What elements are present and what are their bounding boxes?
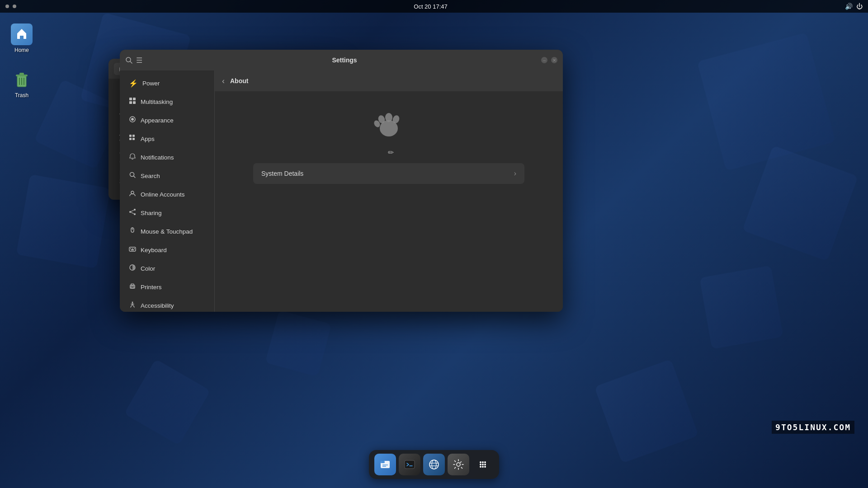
apps-sidebar-icon	[129, 134, 136, 143]
svg-point-58	[484, 461, 486, 463]
svg-rect-35	[131, 284, 134, 286]
sidebar-item-printers[interactable]: Printers	[122, 278, 212, 296]
taskbar	[369, 450, 499, 479]
accessibility-sidebar-icon	[129, 301, 136, 310]
notifications-sidebar-icon	[129, 153, 136, 162]
taskbar-app-grid[interactable]	[472, 454, 494, 475]
svg-rect-17	[132, 138, 135, 140]
settings-titlebar: ☰ Settings – ✕	[120, 50, 563, 70]
sidebar-label-printers: Printers	[141, 284, 162, 291]
topbar-datetime: Oct 20 17:47	[414, 3, 447, 10]
trash-icon-label: Trash	[15, 92, 28, 99]
settings-content: ✏ System Details ›	[215, 91, 563, 312]
appearance-sidebar-icon	[129, 116, 136, 125]
svg-rect-9	[133, 98, 136, 100]
sidebar-item-sharing[interactable]: Sharing	[122, 204, 212, 222]
desktop-icon-home[interactable]: Home	[4, 22, 40, 55]
svg-rect-30	[132, 249, 133, 249]
settings-main: ‹ About	[215, 70, 563, 312]
sidebar-item-search[interactable]: Search	[122, 167, 212, 185]
topbar-left	[5, 5, 16, 8]
sidebar-item-mouse-touchpad[interactable]: Mouse & Touchpad	[122, 222, 212, 240]
svg-point-63	[482, 466, 484, 468]
svg-point-21	[134, 209, 136, 211]
svg-point-22	[129, 211, 131, 213]
settings-window-title: Settings	[148, 56, 541, 64]
svg-point-60	[482, 464, 484, 465]
multitasking-sidebar-icon	[129, 97, 136, 106]
back-button[interactable]: ‹	[222, 76, 225, 86]
svg-rect-49	[405, 460, 415, 469]
settings-main-titlebar: ‹ About	[215, 70, 563, 91]
search-sidebar-icon	[129, 171, 136, 180]
watermark: 9TO5LINUX.COM	[772, 421, 854, 434]
sidebar-item-notifications[interactable]: Notifications	[122, 148, 212, 166]
svg-point-62	[480, 466, 481, 468]
taskbar-app-settings[interactable]	[448, 454, 469, 475]
topbar-dot-1	[5, 5, 9, 8]
topbar: Oct 20 17:47 🔊 ⏻	[0, 0, 868, 13]
svg-rect-46	[381, 461, 385, 463]
home-icon-img	[11, 23, 33, 45]
trash-icon-img	[11, 69, 33, 90]
online-accounts-sidebar-icon	[129, 190, 136, 199]
sidebar-label-power: Power	[142, 80, 160, 87]
svg-rect-14	[129, 135, 132, 137]
sidebar-item-color[interactable]: Color	[122, 259, 212, 277]
sidebar-label-online-accounts: Online Accounts	[141, 191, 185, 198]
svg-point-20	[131, 191, 134, 194]
about-title: About	[230, 77, 248, 84]
gnome-logo	[371, 105, 407, 141]
desktop: Oct 20 17:47 🔊 ⏻ Home Trash	[0, 0, 868, 488]
svg-rect-31	[134, 249, 135, 249]
sidebar-item-accessibility[interactable]: Accessibility	[122, 296, 212, 312]
sidebar-label-accessibility: Accessibility	[141, 302, 174, 309]
settings-body: ⚡ Power Multitasking	[120, 70, 563, 312]
sidebar-item-power[interactable]: ⚡ Power	[122, 75, 212, 92]
svg-point-57	[482, 461, 484, 463]
taskbar-app-terminal[interactable]	[399, 454, 420, 475]
svg-point-55	[457, 463, 460, 466]
svg-rect-36	[131, 286, 134, 288]
svg-line-7	[130, 61, 132, 63]
sidebar-label-keyboard: Keyboard	[141, 247, 167, 253]
sidebar-label-search: Search	[141, 173, 160, 179]
edit-name-button[interactable]: ✏	[388, 148, 394, 157]
system-details-label: System Details	[261, 170, 514, 177]
taskbar-app-browser[interactable]	[423, 454, 445, 475]
desktop-icon-trash[interactable]: Trash	[4, 67, 40, 100]
sidebar-label-sharing: Sharing	[141, 210, 162, 216]
settings-sidebar: ⚡ Power Multitasking	[120, 70, 215, 312]
settings-search-btn[interactable]	[125, 56, 132, 64]
power-icon[interactable]: ⏻	[856, 3, 863, 10]
settings-menu-btn[interactable]: ☰	[136, 56, 142, 65]
minimize-button[interactable]: –	[541, 57, 547, 63]
sidebar-label-apps: Apps	[141, 136, 155, 142]
sidebar-item-keyboard[interactable]: Keyboard	[122, 241, 212, 259]
svg-rect-16	[129, 138, 132, 140]
sidebar-item-apps[interactable]: Apps	[122, 130, 212, 148]
power-sidebar-icon: ⚡	[129, 79, 138, 88]
sidebar-item-online-accounts[interactable]: Online Accounts	[122, 185, 212, 203]
sidebar-label-notifications: Notifications	[141, 154, 174, 161]
volume-icon[interactable]: 🔊	[845, 3, 853, 10]
sidebar-item-appearance[interactable]: Appearance	[122, 111, 212, 129]
taskbar-app-files[interactable]	[374, 454, 396, 475]
svg-rect-2	[19, 73, 24, 75]
sidebar-label-mouse-touchpad: Mouse & Touchpad	[141, 228, 193, 235]
svg-rect-29	[130, 249, 131, 249]
sidebar-item-multitasking[interactable]: Multitasking	[122, 93, 212, 111]
sidebar-label-color: Color	[141, 265, 155, 272]
topbar-right: 🔊 ⏻	[845, 3, 863, 10]
system-details-row[interactable]: System Details ›	[253, 163, 524, 184]
svg-point-59	[480, 464, 481, 465]
svg-rect-15	[132, 135, 135, 137]
svg-point-37	[132, 302, 133, 303]
titlebar-controls: – ✕	[541, 57, 557, 63]
svg-point-23	[134, 213, 136, 215]
svg-line-24	[131, 210, 134, 211]
close-button[interactable]: ✕	[551, 57, 557, 63]
keyboard-sidebar-icon	[129, 245, 136, 254]
chevron-right-icon: ›	[514, 169, 516, 178]
svg-point-52	[432, 460, 436, 469]
